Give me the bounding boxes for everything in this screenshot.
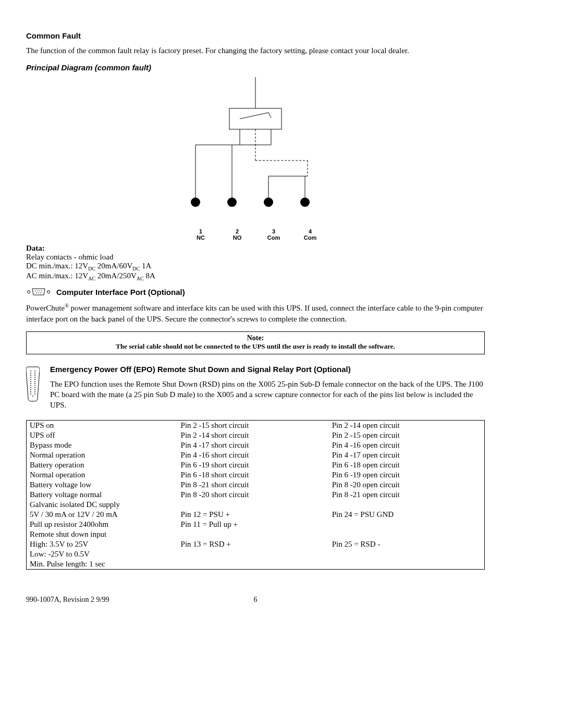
- table-cell: Pin 6 -18 open circuit: [329, 460, 485, 470]
- svg-point-38: [30, 381, 31, 382]
- svg-point-42: [30, 385, 31, 386]
- table-cell: [329, 559, 485, 570]
- table-cell: 5V / 30 mA or 12V / 20 mA: [27, 510, 178, 520]
- svg-point-15: [191, 198, 200, 207]
- note-title: Note:: [32, 334, 479, 342]
- table-cell: Pin 4 -17 open circuit: [329, 450, 485, 460]
- svg-point-20: [47, 291, 50, 293]
- table-cell: Pin 8 -21 short circuit: [178, 480, 329, 490]
- serial-port-icon: [26, 287, 51, 297]
- table-cell: Pin 8 -21 open circuit: [329, 490, 485, 500]
- relay-diagram-svg: [177, 77, 334, 213]
- table-cell: UPS off: [27, 430, 178, 440]
- table-cell: [329, 529, 485, 539]
- computer-interface-heading: Computer Interface Port (Optional): [56, 288, 185, 297]
- table-cell: [178, 500, 329, 510]
- table-cell: Pin 12 = PSU +: [178, 510, 329, 520]
- table-cell: [329, 549, 485, 559]
- svg-point-23: [39, 290, 40, 291]
- svg-point-30: [30, 373, 31, 374]
- table-cell: Battery operation: [27, 460, 178, 470]
- table-cell: Low: -25V to 0.5V: [27, 549, 178, 559]
- svg-point-32: [30, 375, 31, 376]
- table-cell: Pin 2 -14 open circuit: [329, 420, 485, 430]
- svg-line-3: [268, 113, 271, 118]
- svg-point-19: [28, 291, 30, 293]
- table-cell: Pin 8 -20 short circuit: [178, 490, 329, 500]
- svg-point-17: [264, 198, 273, 207]
- epo-heading: Emergency Power Off (EPO) Remote Shut Do…: [50, 365, 485, 374]
- sub-d-25-icon: [26, 366, 41, 404]
- svg-point-22: [37, 290, 38, 291]
- svg-point-18: [300, 198, 310, 207]
- svg-point-39: [34, 381, 35, 382]
- svg-rect-1: [229, 108, 282, 129]
- note-box: Note: The serial cable should not be con…: [26, 331, 485, 354]
- svg-point-29: [34, 371, 35, 372]
- svg-point-41: [34, 383, 35, 384]
- table-cell: Pin 25 = RSD -: [329, 539, 485, 549]
- svg-point-31: [34, 373, 35, 374]
- svg-point-40: [30, 383, 31, 384]
- table-cell: Normal operation: [27, 470, 178, 480]
- data-title: Data:: [26, 244, 485, 253]
- svg-point-24: [41, 290, 42, 291]
- table-cell: Pin 6 -19 short circuit: [178, 460, 329, 470]
- svg-point-27: [40, 292, 41, 293]
- diagram-terminal-labels: 1NC 2NO 3Com 4Com: [188, 228, 323, 241]
- table-cell: Pin 2 -15 open circuit: [329, 430, 485, 440]
- table-cell: High: 3.5V to 25V: [27, 539, 178, 549]
- table-cell: Pin 4 -16 short circuit: [178, 450, 329, 460]
- svg-point-37: [34, 379, 35, 380]
- svg-point-50: [30, 393, 31, 394]
- svg-point-48: [30, 391, 31, 392]
- table-cell: Pin 8 -20 open circuit: [329, 480, 485, 490]
- table-cell: Pin 6 -19 open circuit: [329, 470, 485, 480]
- table-cell: Battery voltage low: [27, 480, 178, 490]
- footer-page-number: 6: [254, 596, 258, 604]
- svg-point-43: [34, 385, 35, 386]
- svg-point-25: [36, 292, 37, 293]
- data-line-3: AC min./max.: 12VAC 20mA/250VAC 8A: [26, 272, 485, 281]
- svg-point-34: [30, 377, 31, 378]
- svg-point-52: [32, 396, 33, 397]
- footer-revision: 990-1007A, Revision 2 9/99: [26, 596, 109, 604]
- table-cell: Normal operation: [27, 450, 178, 460]
- epo-paragraph: The EPO function uses the Remote Shut Do…: [50, 379, 485, 411]
- table-cell: [329, 500, 485, 510]
- table-cell: Pin 2 -14 short circuit: [178, 430, 329, 440]
- table-cell: Remote shut down input: [27, 529, 178, 539]
- note-body: The serial cable should not be connected…: [32, 342, 479, 351]
- svg-point-33: [34, 375, 35, 376]
- svg-line-2: [240, 113, 268, 119]
- svg-point-35: [34, 377, 35, 378]
- svg-point-44: [30, 387, 31, 388]
- table-cell: [178, 549, 329, 559]
- svg-point-49: [34, 391, 35, 392]
- data-line-1: Relay contacts - ohmic load: [26, 253, 485, 262]
- table-cell: Bypass mode: [27, 440, 178, 450]
- table-cell: Pin 2 -15 short circuit: [178, 420, 329, 430]
- common-fault-heading: Common Fault: [26, 31, 485, 40]
- table-cell: [178, 559, 329, 570]
- computer-interface-paragraph: PowerChute® power management software an…: [26, 302, 485, 324]
- svg-point-51: [34, 393, 35, 394]
- svg-point-46: [30, 389, 31, 390]
- data-section: Data: Relay contacts - ohmic load DC min…: [26, 244, 485, 281]
- table-cell: Pin 4 -16 open circuit: [329, 440, 485, 450]
- common-fault-paragraph: The function of the common fault relay i…: [26, 45, 485, 56]
- table-cell: Pin 4 -17 short circuit: [178, 440, 329, 450]
- pin-assignment-table: UPS onPin 2 -15 short circuitPin 2 -14 o…: [26, 420, 485, 570]
- table-cell: Min. Pulse length: 1 sec: [27, 559, 178, 570]
- table-cell: Battery voltage normal: [27, 490, 178, 500]
- table-cell: UPS on: [27, 420, 178, 430]
- svg-point-26: [38, 292, 39, 293]
- table-cell: Pin 11 = Pull up +: [178, 520, 329, 529]
- svg-point-36: [30, 379, 31, 380]
- table-cell: [178, 529, 329, 539]
- svg-point-16: [227, 198, 237, 207]
- svg-point-45: [34, 387, 35, 388]
- svg-point-47: [34, 389, 35, 390]
- table-cell: Pull up resistor 2400ohm: [27, 520, 178, 529]
- data-line-2: DC min./max.: 12VDC 20mA/60VDC 1A: [26, 262, 485, 272]
